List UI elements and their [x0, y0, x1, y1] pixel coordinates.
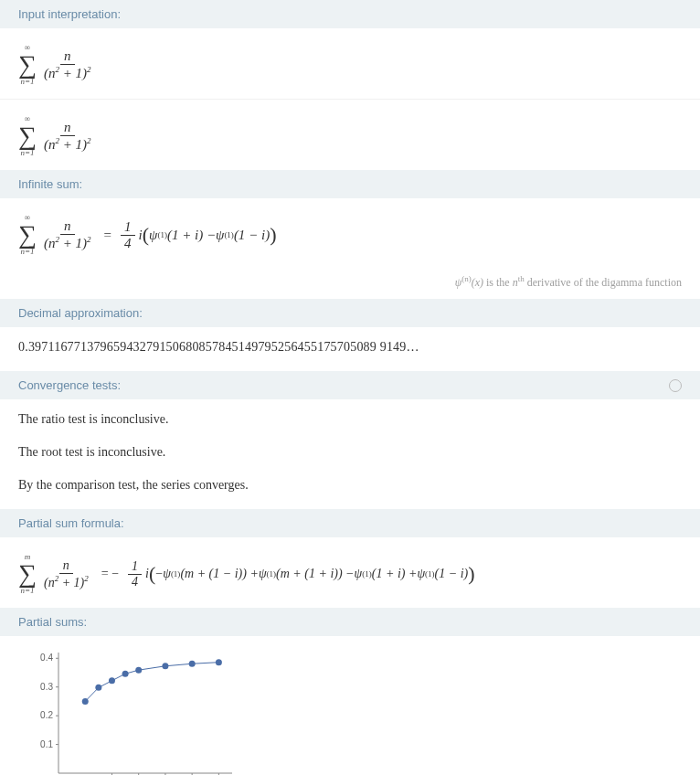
section-header-input: Input interpretation:	[0, 0, 700, 28]
summand-fraction: n (n2 + 1)2	[40, 218, 95, 251]
one-fourth: 1 4	[121, 219, 135, 251]
summand-fraction: n (n2 + 1)2	[40, 558, 92, 590]
convergence-block: The ratio test is inconclusive. The root…	[0, 399, 700, 509]
psi-arg-1: (1 + i) −	[167, 228, 216, 243]
psi-symbol: ψ	[216, 228, 224, 243]
psi-order: (1)	[425, 569, 435, 579]
footnote-th: th	[518, 274, 525, 283]
summation-expr: ∞ ∑ n=1 n (n2 + 1)2	[18, 44, 99, 86]
comparison-test: By the comparison test, the series conve…	[18, 474, 682, 496]
denominator: (n2 + 1)2	[40, 136, 95, 153]
coef-num: 1	[128, 559, 142, 575]
psi-symbol: ψ	[355, 567, 363, 581]
psi-order: (1)	[157, 230, 167, 239]
section-title: Convergence tests:	[18, 378, 121, 392]
footnote-is: is the	[483, 276, 513, 289]
numerator: n	[60, 218, 75, 235]
svg-point-26	[162, 663, 168, 669]
psi-arg: (1 − i)	[435, 567, 469, 581]
sigma-operator: m ∑ n=1	[18, 553, 37, 595]
sigma-operator: ∞ ∑ n=1	[18, 44, 37, 86]
decimal-value: 0.39711677137965943279150680857845149795…	[18, 336, 682, 358]
sum-lower: n=1	[20, 78, 34, 86]
section-header-partial-formula: Partial sum formula:	[0, 509, 700, 537]
svg-text:0.1: 0.1	[40, 739, 53, 749]
section-header-decimal: Decimal approximation:	[0, 299, 700, 327]
svg-text:0.2: 0.2	[40, 710, 53, 720]
one-fourth: 1 4	[128, 559, 142, 589]
equals: =	[104, 228, 111, 243]
section-header-convergence: Convergence tests:	[0, 371, 700, 399]
left-paren: (	[143, 223, 149, 247]
sigma-icon: ∑	[18, 561, 37, 587]
section-title: Decimal approximation:	[18, 306, 143, 320]
psi-symbol: ψ	[259, 567, 267, 581]
psi-order: (1)	[224, 230, 234, 239]
digamma-footnote: ψ(n)(x) is the nth derivative of the dig…	[0, 269, 700, 299]
minus: −	[155, 567, 163, 581]
numerator: n	[60, 120, 75, 136]
psi-arg: (m + (1 − i)) +	[180, 567, 259, 581]
psi-symbol: ψ	[163, 567, 171, 581]
numerator: n	[59, 558, 73, 574]
summation-expr: ∞ ∑ n=1 n (n2 + 1)2	[18, 115, 99, 157]
svg-point-23	[109, 677, 115, 684]
sigma-icon: ∑	[18, 123, 37, 149]
section-header-infinite-sum: Infinite sum:	[0, 170, 700, 198]
ratio-test: The ratio test is inconclusive.	[18, 409, 682, 430]
section-title: Partial sum formula:	[18, 516, 124, 530]
sum-lower: n=1	[20, 149, 34, 157]
coef-num: 1	[121, 219, 135, 236]
section-header-partial-sums: Partial sums:	[0, 608, 700, 636]
sigma-icon: ∑	[18, 222, 37, 248]
input-interpretation-block-1: ∞ ∑ n=1 n (n2 + 1)2	[0, 28, 700, 99]
partial-sums-chart-block: 0.10.20.30.4023456	[0, 636, 700, 775]
psi-order-n: (n)	[461, 274, 472, 283]
sum-lower: n=1	[20, 587, 34, 595]
infinite-sum-expr: ∞ ∑ n=1 n (n2 + 1)2 = 1 4 i ( ψ(1)(1 + i…	[18, 214, 276, 256]
svg-point-25	[135, 667, 142, 674]
equals-neg: = −	[101, 567, 119, 581]
partial-formula-expr: m ∑ n=1 n (n2 + 1)2 = − 1 4 i ( − ψ(1)(m…	[18, 553, 475, 595]
infinite-sum-block: ∞ ∑ n=1 n (n2 + 1)2 = 1 4 i ( ψ(1)(1 + i…	[0, 198, 700, 269]
psi-arg-2: (1 − i)	[234, 228, 270, 243]
psi-order: (1)	[267, 569, 277, 579]
partial-formula-block: m ∑ n=1 n (n2 + 1)2 = − 1 4 i ( − ψ(1)(m…	[0, 537, 700, 608]
summand-fraction: n (n2 + 1)2	[40, 48, 95, 81]
svg-point-24	[122, 671, 129, 677]
left-paren: (	[149, 562, 155, 586]
right-paren: )	[270, 223, 276, 247]
partial-sums-chart: 0.10.20.30.4023456	[22, 645, 241, 775]
section-title: Infinite sum:	[18, 177, 82, 191]
right-paren: )	[468, 562, 474, 586]
sigma-icon: ∑	[18, 52, 37, 78]
psi-arg: (1 + i) +	[372, 567, 418, 581]
coef-den: 4	[128, 575, 142, 589]
sum-lower: n=1	[20, 248, 34, 256]
denominator: (n2 + 1)2	[40, 574, 92, 590]
input-interpretation-block-2: ∞ ∑ n=1 n (n2 + 1)2	[0, 99, 700, 170]
coef-den: 4	[121, 236, 135, 251]
summand-fraction: n (n2 + 1)2	[40, 120, 95, 153]
denominator: (n2 + 1)2	[40, 235, 95, 251]
decimal-block: 0.39711677137965943279150680857845149795…	[0, 327, 700, 371]
denominator: (n2 + 1)2	[40, 65, 95, 81]
psi-symbol: ψ	[417, 567, 425, 581]
footnote-rest: derivative of the digamma function	[525, 276, 682, 289]
sigma-operator: ∞ ∑ n=1	[18, 214, 37, 256]
psi-arg-x: (x)	[472, 276, 483, 289]
svg-point-28	[216, 659, 222, 665]
svg-text:0.4: 0.4	[40, 653, 53, 663]
svg-point-21	[82, 698, 89, 705]
sigma-operator: ∞ ∑ n=1	[18, 115, 37, 157]
section-title: Partial sums:	[18, 615, 87, 629]
psi-order: (1)	[362, 569, 372, 579]
svg-point-27	[189, 661, 196, 667]
root-test: The root test is inconclusive.	[18, 441, 682, 463]
help-icon[interactable]	[669, 379, 682, 392]
svg-point-22	[95, 685, 101, 691]
svg-text:0.3: 0.3	[40, 682, 53, 692]
section-title: Input interpretation:	[18, 7, 121, 21]
psi-arg: (m + (1 + i)) −	[276, 567, 355, 581]
psi-symbol: ψ	[149, 228, 157, 243]
